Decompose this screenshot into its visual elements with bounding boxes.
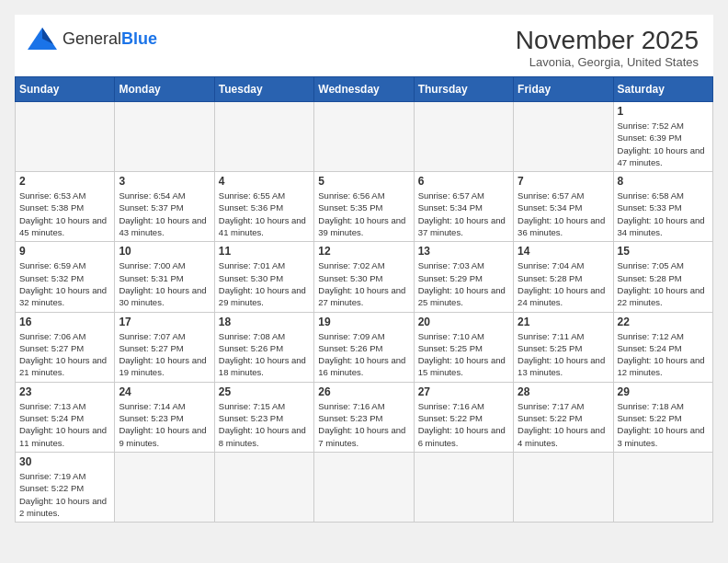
calendar-day-cell: 29Sunrise: 7:18 AM Sunset: 5:22 PM Dayli… (613, 382, 712, 452)
day-info: Sunrise: 7:52 AM Sunset: 6:39 PM Dayligh… (618, 120, 709, 168)
day-info: Sunrise: 7:03 AM Sunset: 5:29 PM Dayligh… (418, 259, 509, 308)
location: Lavonia, Georgia, United States (516, 55, 699, 69)
calendar-day-cell: 16Sunrise: 7:06 AM Sunset: 5:27 PM Dayli… (16, 312, 115, 382)
day-number: 9 (19, 245, 110, 258)
calendar-day-cell: 28Sunrise: 7:17 AM Sunset: 5:22 PM Dayli… (514, 382, 613, 452)
day-number: 26 (318, 385, 409, 398)
calendar-week-row: 1Sunrise: 7:52 AM Sunset: 6:39 PM Daylig… (16, 102, 713, 172)
calendar-day-cell: 4Sunrise: 6:55 AM Sunset: 5:36 PM Daylig… (214, 172, 313, 242)
day-number: 30 (19, 455, 110, 468)
calendar-day-cell (514, 102, 613, 172)
day-info: Sunrise: 7:02 AM Sunset: 5:30 PM Dayligh… (318, 259, 409, 308)
day-number: 1 (618, 105, 709, 118)
calendar-day-cell: 30Sunrise: 7:19 AM Sunset: 5:22 PM Dayli… (16, 452, 115, 522)
day-info: Sunrise: 6:57 AM Sunset: 5:34 PM Dayligh… (418, 190, 509, 238)
calendar-week-row: 2Sunrise: 6:53 AM Sunset: 5:38 PM Daylig… (16, 172, 713, 242)
day-info: Sunrise: 6:58 AM Sunset: 5:33 PM Dayligh… (618, 190, 709, 238)
day-info: Sunrise: 7:04 AM Sunset: 5:28 PM Dayligh… (518, 259, 609, 308)
day-number: 22 (618, 316, 709, 328)
calendar-day-cell: 3Sunrise: 6:54 AM Sunset: 5:37 PM Daylig… (115, 172, 214, 242)
weekday-header: Friday (514, 77, 613, 102)
day-info: Sunrise: 7:14 AM Sunset: 5:23 PM Dayligh… (119, 400, 210, 449)
calendar-day-cell (115, 452, 214, 522)
day-info: Sunrise: 7:11 AM Sunset: 5:25 PM Dayligh… (518, 330, 609, 379)
day-number: 27 (418, 385, 509, 398)
calendar-day-cell (314, 452, 414, 522)
weekday-header: Monday (115, 77, 214, 102)
calendar-day-cell: 6Sunrise: 6:57 AM Sunset: 5:34 PM Daylig… (414, 172, 513, 242)
day-info: Sunrise: 6:53 AM Sunset: 5:38 PM Dayligh… (19, 190, 110, 238)
calendar-day-cell: 18Sunrise: 7:08 AM Sunset: 5:26 PM Dayli… (214, 312, 313, 382)
calendar-day-cell: 15Sunrise: 7:05 AM Sunset: 5:28 PM Dayli… (613, 242, 712, 312)
title-area: November 2025 Lavonia, Georgia, United S… (516, 26, 699, 69)
day-info: Sunrise: 7:05 AM Sunset: 5:28 PM Dayligh… (618, 259, 709, 308)
calendar-page: GeneralBlue November 2025 Lavonia, Georg… (15, 15, 713, 523)
day-info: Sunrise: 6:55 AM Sunset: 5:36 PM Dayligh… (219, 190, 310, 238)
day-number: 2 (19, 175, 110, 188)
calendar-day-cell: 26Sunrise: 7:16 AM Sunset: 5:23 PM Dayli… (314, 382, 414, 452)
calendar-day-cell: 20Sunrise: 7:10 AM Sunset: 5:25 PM Dayli… (414, 312, 513, 382)
day-info: Sunrise: 7:10 AM Sunset: 5:25 PM Dayligh… (418, 330, 509, 379)
day-number: 29 (618, 385, 709, 398)
calendar-day-cell: 25Sunrise: 7:15 AM Sunset: 5:23 PM Dayli… (214, 382, 313, 452)
day-number: 7 (518, 175, 609, 188)
day-info: Sunrise: 7:12 AM Sunset: 5:24 PM Dayligh… (618, 330, 709, 379)
day-number: 16 (19, 316, 110, 328)
calendar-day-cell: 11Sunrise: 7:01 AM Sunset: 5:30 PM Dayli… (214, 242, 313, 312)
calendar-day-cell (214, 452, 313, 522)
day-info: Sunrise: 7:17 AM Sunset: 5:22 PM Dayligh… (518, 400, 609, 449)
header: GeneralBlue November 2025 Lavonia, Georg… (15, 15, 713, 76)
calendar-day-cell: 27Sunrise: 7:16 AM Sunset: 5:22 PM Dayli… (414, 382, 513, 452)
calendar-day-cell: 22Sunrise: 7:12 AM Sunset: 5:24 PM Dayli… (613, 312, 712, 382)
calendar-day-cell: 8Sunrise: 6:58 AM Sunset: 5:33 PM Daylig… (613, 172, 712, 242)
calendar-day-cell: 24Sunrise: 7:14 AM Sunset: 5:23 PM Dayli… (115, 382, 214, 452)
day-number: 14 (518, 245, 609, 258)
weekday-header: Saturday (613, 77, 712, 102)
logo: GeneralBlue (26, 26, 157, 52)
day-number: 18 (219, 316, 310, 328)
calendar-day-cell: 1Sunrise: 7:52 AM Sunset: 6:39 PM Daylig… (613, 102, 712, 172)
day-number: 8 (618, 175, 709, 188)
day-number: 12 (318, 245, 409, 258)
day-number: 13 (418, 245, 509, 258)
calendar-day-cell (414, 102, 513, 172)
calendar-day-cell (214, 102, 313, 172)
calendar-day-cell: 9Sunrise: 6:59 AM Sunset: 5:32 PM Daylig… (16, 242, 115, 312)
day-number: 17 (119, 316, 210, 328)
calendar-day-cell: 5Sunrise: 6:56 AM Sunset: 5:35 PM Daylig… (314, 172, 414, 242)
weekday-header-row: SundayMondayTuesdayWednesdayThursdayFrid… (16, 77, 713, 102)
day-number: 24 (119, 385, 210, 398)
calendar-day-cell (613, 452, 712, 522)
weekday-header: Sunday (16, 77, 115, 102)
day-info: Sunrise: 7:19 AM Sunset: 5:22 PM Dayligh… (19, 470, 110, 519)
calendar-table: SundayMondayTuesdayWednesdayThursdayFrid… (15, 76, 713, 523)
calendar-day-cell: 13Sunrise: 7:03 AM Sunset: 5:29 PM Dayli… (414, 242, 513, 312)
logo-blue: Blue (121, 29, 157, 48)
day-number: 25 (219, 385, 310, 398)
calendar-day-cell: 12Sunrise: 7:02 AM Sunset: 5:30 PM Dayli… (314, 242, 414, 312)
calendar-day-cell (314, 102, 414, 172)
day-info: Sunrise: 7:08 AM Sunset: 5:26 PM Dayligh… (219, 330, 310, 379)
day-number: 11 (219, 245, 310, 258)
calendar-day-cell (115, 102, 214, 172)
calendar-day-cell: 2Sunrise: 6:53 AM Sunset: 5:38 PM Daylig… (16, 172, 115, 242)
calendar-day-cell (414, 452, 513, 522)
day-info: Sunrise: 7:15 AM Sunset: 5:23 PM Dayligh… (219, 400, 310, 449)
calendar-week-row: 23Sunrise: 7:13 AM Sunset: 5:24 PM Dayli… (16, 382, 713, 452)
day-number: 5 (318, 175, 409, 188)
calendar-week-row: 30Sunrise: 7:19 AM Sunset: 5:22 PM Dayli… (16, 452, 713, 522)
day-number: 28 (518, 385, 609, 398)
calendar-day-cell: 21Sunrise: 7:11 AM Sunset: 5:25 PM Dayli… (514, 312, 613, 382)
logo-icon (26, 26, 59, 52)
day-number: 21 (518, 316, 609, 328)
calendar-day-cell (16, 102, 115, 172)
calendar-day-cell: 7Sunrise: 6:57 AM Sunset: 5:34 PM Daylig… (514, 172, 613, 242)
day-info: Sunrise: 7:16 AM Sunset: 5:23 PM Dayligh… (318, 400, 409, 449)
day-number: 4 (219, 175, 310, 188)
day-info: Sunrise: 7:00 AM Sunset: 5:31 PM Dayligh… (119, 259, 210, 308)
day-info: Sunrise: 7:01 AM Sunset: 5:30 PM Dayligh… (219, 259, 310, 308)
day-number: 10 (119, 245, 210, 258)
weekday-header: Tuesday (214, 77, 313, 102)
day-info: Sunrise: 7:18 AM Sunset: 5:22 PM Dayligh… (618, 400, 709, 449)
day-number: 23 (19, 385, 110, 398)
